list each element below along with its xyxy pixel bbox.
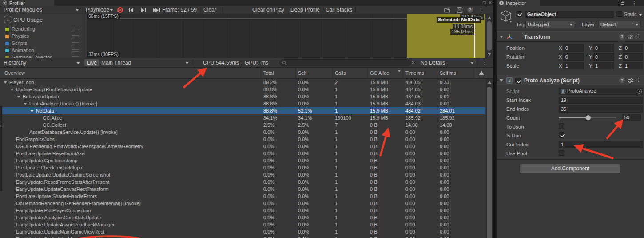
count-field[interactable] (622, 114, 641, 121)
expand-arrow-icon[interactable] (17, 96, 20, 98)
help-icon[interactable]: ? (619, 77, 625, 83)
clear-button[interactable]: Clear (203, 6, 216, 14)
drag-handle-icon[interactable] (72, 49, 79, 52)
table-row[interactable]: PlayerLoop89.2%0.0%215.9 MB486.050.33 (0, 79, 485, 86)
column-sort-icon-cell[interactable] (475, 68, 485, 79)
call-stacks-button[interactable]: Call Stacks (326, 6, 352, 14)
use-pool-checkbox[interactable] (559, 150, 564, 156)
kebab-menu-icon[interactable]: ⋮ (636, 77, 641, 83)
gameobject-name-field[interactable] (525, 11, 614, 18)
legend-item[interactable]: Physics (0, 33, 84, 40)
legend-item[interactable]: Animation (0, 47, 84, 54)
table-row[interactable]: EarlyUpdate.UpdateAsyncReadbackManager0.… (0, 221, 485, 228)
tag-dropdown[interactable]: Untagged (525, 21, 575, 28)
next-frame-button[interactable] (141, 8, 146, 12)
table-row[interactable]: Update.ScriptRunBehaviourUpdate88.8%0.0%… (0, 86, 485, 93)
column-total[interactable]: Total (261, 68, 296, 79)
playmode-dropdown[interactable]: Playmode (86, 6, 109, 14)
kebab-menu-icon[interactable]: ⋮ (478, 7, 484, 13)
rotation-z-field[interactable] (623, 53, 643, 61)
kebab-menu-icon[interactable]: ⋮ (632, 0, 637, 6)
expand-arrow-icon[interactable] (24, 103, 27, 105)
thread-dropdown[interactable]: Main Thread (101, 58, 131, 68)
lock-icon[interactable] (621, 2, 624, 5)
column-calls[interactable]: Calls (333, 68, 368, 79)
legend-item[interactable]: GarbageCollector (0, 54, 84, 58)
cpu-chart[interactable]: 66ms (15FPS) 33ms (30FPS) 282.81ms Selec… (87, 14, 485, 58)
cur-index-field[interactable] (559, 141, 643, 148)
search-input[interactable] (288, 60, 403, 66)
position-x-field[interactable] (563, 44, 584, 52)
foldout-arrow-icon[interactable] (500, 79, 503, 82)
table-scrollbar[interactable] (486, 79, 493, 238)
table-row[interactable]: EarlyUpdate.UpdateMainGameViewRect0.0%0.… (0, 228, 485, 235)
presets-icon[interactable] (628, 34, 633, 40)
table-row[interactable]: BehaviourUpdate88.8%0.0%115.9 MB484.050.… (0, 93, 485, 100)
scroll-down-icon[interactable] (488, 53, 491, 56)
scale-x-field[interactable] (563, 62, 584, 69)
position-z-field[interactable] (623, 44, 643, 52)
kebab-menu-icon[interactable]: ⋮ (482, 58, 488, 68)
scroll-up-icon[interactable] (488, 81, 491, 84)
table-row[interactable]: EarlyUpdate.PollPlayerConnection0.0%0.0%… (0, 207, 485, 214)
proto-analyze-header[interactable]: # Proto Analyze (Script) ? ⋮ (497, 75, 644, 85)
static-checkbox[interactable] (616, 11, 622, 17)
column-time-ms[interactable]: Time ms (403, 68, 437, 79)
tab-inspector[interactable]: i Inspector (497, 0, 540, 6)
record-button[interactable] (117, 7, 123, 13)
table-row[interactable]: GC.Collect2.5%2.5%70 B14.0814.08 (0, 121, 485, 129)
window-restore-icon[interactable]: ▢ (482, 0, 486, 5)
chart-scrollbar[interactable] (486, 14, 493, 58)
object-picker-icon[interactable] (637, 89, 642, 94)
table-row[interactable]: EarlyUpdate.SpriteAtlasManagerUpdate0.0%… (0, 235, 485, 238)
selected-frame-indicator[interactable] (474, 18, 475, 58)
table-row[interactable]: EarlyUpdate.GpuTimestamp0.0%0.0%10 B0.00… (0, 157, 485, 164)
deep-profile-button[interactable]: Deep Profile (290, 6, 320, 14)
kebab-menu-icon[interactable]: ⋮ (636, 33, 641, 39)
save-profile-icon[interactable] (457, 7, 463, 13)
component-enabled-checkbox[interactable] (515, 78, 521, 84)
table-row[interactable]: OnDemandRendering.GetRenderFrameInterval… (0, 200, 485, 207)
drag-handle-icon[interactable] (72, 42, 79, 44)
view-mode-dropdown[interactable]: Hierarchy (4, 58, 26, 68)
gameobject-cube-icon[interactable] (499, 9, 513, 23)
tab-profiler[interactable]: Profiler (0, 0, 54, 6)
end-index-field[interactable] (559, 105, 643, 113)
scale-y-field[interactable] (593, 62, 614, 69)
presets-icon[interactable] (628, 78, 633, 83)
table-row[interactable]: PostLateUpdate.UpdateCaptureScreenshot0.… (0, 171, 485, 178)
table-row[interactable]: PostLateUpdate.ShaderHandleErrors0.0%0.0… (0, 193, 485, 200)
drag-handle-icon[interactable] (72, 35, 79, 37)
scrollbar-thumb[interactable] (487, 21, 492, 51)
search-clear-icon[interactable]: × (412, 58, 415, 68)
table-row[interactable]: EarlyUpdate.AnalyticsCoreStatsUpdate0.0%… (0, 214, 485, 221)
scrollbar-thumb[interactable] (487, 87, 492, 238)
foldout-arrow-icon[interactable] (500, 36, 503, 38)
rotation-y-field[interactable] (593, 53, 614, 61)
table-row[interactable]: EarlyUpdate.UpdateCanvasRectTransform0.0… (0, 186, 485, 193)
column-self[interactable]: Self (296, 68, 333, 79)
gameobject-active-checkbox[interactable] (516, 11, 522, 17)
position-y-field[interactable] (593, 44, 614, 52)
count-slider-thumb[interactable] (586, 115, 591, 120)
load-profile-icon[interactable] (444, 7, 450, 13)
column-gc-alloc[interactable]: GC Alloc (368, 68, 403, 79)
table-row[interactable]: UGUI.Rendering.EmitWorldScreenspaceCamer… (0, 143, 485, 150)
first-frame-button[interactable] (129, 8, 133, 12)
window-close-icon[interactable]: ✕ (489, 0, 492, 5)
table-row[interactable]: GC.Alloc34.1%34.1%16010015.9 MB185.92185… (0, 114, 485, 121)
last-frame-button[interactable] (153, 8, 160, 12)
is-run-checkbox[interactable] (559, 132, 564, 138)
transform-header[interactable]: Transform ? ⋮ (497, 31, 644, 42)
table-row[interactable]: PostLateUpdate.ResetInputAxis0.0%0.0%10 … (0, 150, 485, 157)
clear-on-play-button[interactable]: Clear on Play (252, 6, 284, 14)
scale-z-field[interactable] (623, 62, 643, 69)
add-component-button[interactable]: Add Component (520, 164, 621, 173)
help-icon[interactable]: ? (467, 7, 473, 13)
table-row[interactable]: PreUpdate.CheckTexFieldInput0.0%0.0%10 B… (0, 164, 485, 171)
rotation-x-field[interactable] (563, 53, 584, 61)
search-field[interactable] (279, 59, 411, 66)
table-row[interactable]: NetData88.8%52.1%115.9 MB484.02284.01 (0, 107, 485, 114)
column-self-ms[interactable]: Self ms (437, 68, 475, 79)
drag-handle-icon[interactable] (72, 28, 79, 30)
